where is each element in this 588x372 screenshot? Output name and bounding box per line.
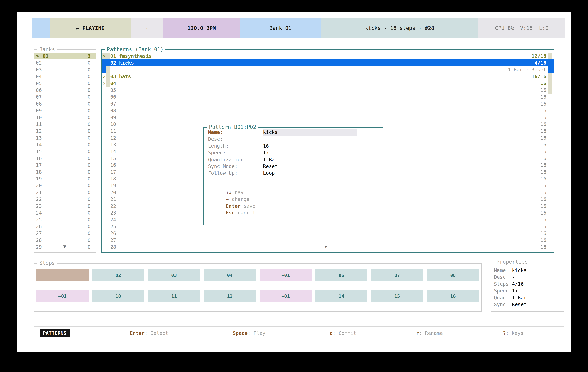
- step-cell[interactable]: 11: [148, 290, 200, 302]
- hint-nav: ↑↓ nav: [226, 190, 244, 195]
- step-cell[interactable]: 03: [148, 269, 200, 282]
- bank-row[interactable]: 150: [34, 148, 96, 155]
- pattern-row[interactable]: 1016: [102, 121, 554, 128]
- field-label: Name:: [208, 129, 223, 136]
- step-cell[interactable]: 07: [371, 269, 423, 282]
- hint-save: Enter save: [226, 203, 256, 209]
- pattern-label: 18: [110, 175, 116, 182]
- dialog-field[interactable]: Speed:1x: [204, 149, 383, 156]
- field-label: Quantization:: [208, 156, 246, 163]
- bank-pattern-count: 0: [88, 237, 91, 244]
- step-cell-label: 08: [450, 273, 456, 278]
- steps-grid: 020304→01060708→01101112→01141516: [36, 269, 479, 302]
- bank-row[interactable]: 280: [34, 237, 96, 244]
- mode-badge: PATTERNS: [40, 330, 70, 337]
- bottom-status-bar: PATTERNS Enter: Select Space: Play c: Co…: [33, 326, 564, 340]
- bank-row[interactable]: 050: [34, 80, 96, 87]
- bank-pattern-count: 0: [88, 244, 91, 250]
- bank-id: 05: [36, 80, 42, 87]
- bank-row[interactable]: 070: [34, 93, 96, 100]
- bank-row[interactable]: 160: [34, 155, 96, 162]
- bank-row[interactable]: 200: [34, 182, 96, 189]
- arrows-updown-icon: ↑↓: [226, 190, 232, 195]
- bank-pattern-count: 0: [88, 210, 91, 216]
- pattern-row[interactable]: 0616: [102, 93, 554, 100]
- step-cell[interactable]: 02: [92, 269, 144, 282]
- step-cell[interactable]: 12: [204, 290, 256, 302]
- bank-row[interactable]: 040: [34, 73, 96, 80]
- step-cell-label: 06: [339, 273, 344, 278]
- property-label: Speed: [494, 287, 509, 294]
- transport-status: ► PLAYING: [50, 18, 131, 38]
- bank-pattern-count: 0: [88, 216, 91, 223]
- bank-row[interactable]: 170: [34, 162, 96, 169]
- scrollbar-thumb: [548, 80, 552, 87]
- bank-row[interactable]: 190: [34, 175, 96, 182]
- bank-row[interactable]: 240: [34, 210, 96, 216]
- field-label: Follow Up:: [208, 170, 238, 176]
- bank-row[interactable]: 080: [34, 101, 96, 107]
- bank-row[interactable]: 090: [34, 107, 96, 114]
- step-cell[interactable]: 15: [371, 290, 423, 302]
- pattern-row[interactable]: 2616: [102, 230, 554, 237]
- step-cell[interactable]: →01: [260, 290, 312, 302]
- dialog-field[interactable]: Sync Mode:Reset: [204, 163, 383, 170]
- step-cell[interactable]: 04: [204, 269, 256, 282]
- step-cell-label: 04: [227, 273, 233, 278]
- pattern-step-count: 16: [540, 203, 546, 210]
- pattern-row[interactable]: 0816: [102, 107, 554, 114]
- bank-pattern-count: 0: [88, 189, 91, 196]
- field-label: Sync Mode:: [208, 163, 238, 170]
- step-cell[interactable]: →01: [260, 269, 312, 282]
- pattern-row[interactable]: >01 fmsynthesis12/16: [102, 53, 554, 60]
- dialog-field[interactable]: Quantization:1 Bar: [204, 156, 383, 163]
- bank-row[interactable]: 260: [34, 223, 96, 230]
- bank-id: 07: [36, 93, 42, 100]
- pattern-row[interactable]: >0416: [102, 80, 554, 87]
- pattern-row[interactable]: 0916: [102, 114, 554, 121]
- bank-row[interactable]: 060: [34, 87, 96, 93]
- bank-row[interactable]: 120: [34, 128, 96, 134]
- bank-row[interactable]: 180: [34, 169, 96, 175]
- pattern-row[interactable]: 2816: [102, 244, 554, 250]
- step-cell-label: 02: [116, 273, 121, 278]
- dialog-field[interactable]: Desc:: [204, 136, 383, 142]
- bank-pattern-count: 0: [88, 141, 91, 148]
- pattern-label: 24: [110, 216, 116, 223]
- dialog-field[interactable]: Length:16: [204, 142, 383, 149]
- pattern-row[interactable]: 02 kicks4/16: [102, 60, 554, 66]
- pattern-row[interactable]: >03 hats16/16: [102, 73, 554, 80]
- bank-row[interactable]: 020: [34, 60, 96, 66]
- step-cell[interactable]: →01: [36, 290, 89, 302]
- bank-row[interactable]: 030: [34, 66, 96, 73]
- pattern-row[interactable]: 2716: [102, 237, 554, 244]
- dialog-field[interactable]: Follow Up:Loop: [204, 170, 383, 176]
- bank-row[interactable]: 210: [34, 189, 96, 196]
- pattern-step-count: 16: [540, 135, 546, 141]
- step-cell[interactable]: 08: [427, 269, 479, 282]
- bank-row[interactable]: 270: [34, 230, 96, 237]
- step-cell[interactable]: 14: [315, 290, 368, 302]
- bank-pattern-count: 0: [88, 162, 91, 169]
- bank-row[interactable]: 130: [34, 135, 96, 141]
- step-cell[interactable]: 16: [427, 290, 479, 302]
- bank-row[interactable]: 250: [34, 216, 96, 223]
- bank-row[interactable]: 100: [34, 114, 96, 121]
- step-cell[interactable]: [36, 269, 89, 282]
- pattern-row[interactable]: 0716: [102, 101, 554, 107]
- dialog-field[interactable]: Name:kicks: [204, 129, 383, 136]
- hint-cancel: Esc cancel: [226, 210, 256, 216]
- bank-row-selected[interactable]: > 01 3: [34, 53, 96, 60]
- pattern-row[interactable]: 0516: [102, 87, 554, 93]
- pattern-edit-dialog: Pattern B01:P02 Name:kicksDesc:Length:16…: [203, 127, 383, 225]
- bank-row[interactable]: 230: [34, 203, 96, 210]
- bank-row[interactable]: 220: [34, 196, 96, 203]
- step-cell-label: →01: [281, 293, 290, 299]
- pattern-label: 23: [110, 210, 116, 216]
- bank-id: 12: [36, 128, 42, 134]
- bank-row[interactable]: 140: [34, 141, 96, 148]
- bank-row[interactable]: 110: [34, 121, 96, 128]
- step-cell[interactable]: 06: [315, 269, 368, 282]
- steps-panel: Steps 020304→01060708→01101112→01141516: [33, 263, 482, 312]
- step-cell[interactable]: 10: [92, 290, 144, 302]
